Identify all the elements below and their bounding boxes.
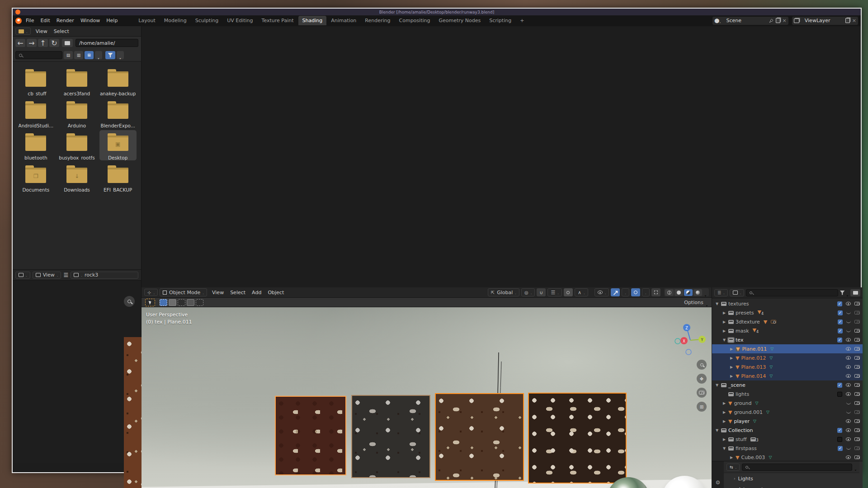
new-folder-button[interactable] <box>62 39 73 47</box>
blender-menu-icon[interactable] <box>15 18 22 24</box>
hide-viewport-toggle[interactable] <box>846 312 851 314</box>
folder-item[interactable]: BlenderExpo... <box>99 98 137 128</box>
baked-plane-4[interactable] <box>528 393 627 483</box>
folder-item[interactable]: anakey-backup <box>99 66 137 96</box>
disable-render-toggle[interactable] <box>854 446 860 450</box>
outliner-row[interactable]: ▶▼ground.001▽ <box>712 408 863 417</box>
image-datablock-selector[interactable]: ˯rock3 <box>71 272 138 279</box>
filebrowser-editor-type[interactable]: ˯ <box>15 28 31 35</box>
workspace-tab[interactable]: Compositing <box>395 16 434 25</box>
shading-solid-button[interactable] <box>675 289 683 296</box>
hide-viewport-toggle[interactable] <box>846 437 851 441</box>
file-search-input[interactable] <box>15 51 62 59</box>
outliner-row[interactable]: ▶▼Cube.003▽ <box>712 453 863 462</box>
folder-item[interactable]: busybox_rootfs <box>58 130 95 160</box>
outliner-row[interactable]: ▶▼Plane.011▽ <box>712 344 863 353</box>
disable-render-toggle[interactable] <box>854 437 860 441</box>
disable-render-toggle[interactable] <box>854 320 860 324</box>
scene-name-field[interactable]: Scene <box>723 17 767 25</box>
select-mode-subtract[interactable] <box>178 299 185 306</box>
hide-viewport-toggle[interactable] <box>846 356 851 360</box>
disable-render-toggle[interactable] <box>854 356 860 360</box>
hide-viewport-toggle[interactable] <box>846 374 851 378</box>
active-tool-select-button[interactable] <box>145 299 155 306</box>
snap-magnet-toggle[interactable]: ∪ <box>537 288 546 296</box>
display-size-dropdown[interactable]: ˯ <box>95 51 102 59</box>
outliner-row[interactable]: ▼firstpass✓ <box>712 444 863 453</box>
workspace-tab[interactable]: Shading <box>298 16 327 25</box>
visibility-dropdown[interactable]: ˯ <box>594 288 609 296</box>
falloff-dropdown[interactable]: ∧˯ <box>575 288 588 296</box>
properties-panel-header[interactable]: › Lights ⋮☰ :::: <box>724 473 859 484</box>
workspace-tab[interactable]: + <box>516 16 528 25</box>
select-mode-intersect[interactable] <box>196 299 203 306</box>
collection-checkbox[interactable]: ✓ <box>837 301 842 306</box>
copy-scene-icon[interactable] <box>776 18 780 23</box>
outliner-row[interactable]: ▶presets▼4✓ <box>712 308 863 317</box>
menu-item[interactable]: Edit <box>37 18 53 23</box>
image-view-menu[interactable]: View˯ <box>33 272 61 279</box>
disable-render-toggle[interactable] <box>854 374 860 378</box>
disable-render-toggle[interactable] <box>854 311 860 314</box>
navigation-gizmo[interactable]: X Y Z <box>673 322 708 357</box>
outliner-row[interactable]: ▶▼Plane.014▽ <box>712 371 863 380</box>
disable-render-toggle[interactable] <box>854 455 860 459</box>
menu-item[interactable]: File <box>23 18 37 23</box>
disable-render-toggle[interactable] <box>854 428 860 432</box>
display-horizontal-list-button[interactable]: ▥ <box>74 51 83 59</box>
viewlayer-name-field[interactable]: ViewLayer <box>802 17 843 25</box>
outliner-row[interactable]: ▼Collection✓ <box>712 426 863 435</box>
outliner-row[interactable]: ▶▼player▽ <box>712 417 863 426</box>
viewport-menu[interactable]: Object <box>264 290 287 296</box>
baked-plane-3[interactable] <box>435 393 524 481</box>
collection-checkbox[interactable]: ✓ <box>838 446 843 451</box>
scene-icon[interactable]: ⬤˯ <box>714 18 721 23</box>
folder-item[interactable]: ↓ Downloads <box>58 162 95 192</box>
properties-search-input[interactable] <box>742 464 852 471</box>
pin-icon[interactable] <box>769 19 774 23</box>
shading-wireframe-button[interactable] <box>665 289 674 296</box>
collection-checkbox[interactable] <box>837 437 842 442</box>
select-mode-extend[interactable] <box>169 299 176 306</box>
menu-item[interactable]: Render <box>53 18 77 23</box>
image-editor-type[interactable]: ˯ <box>15 272 30 279</box>
collection-checkbox[interactable] <box>837 392 842 397</box>
outliner-row[interactable]: ▼textures✓ <box>712 299 863 308</box>
collection-checkbox[interactable]: ✓ <box>838 310 843 315</box>
overlays-dropdown[interactable]: ˯ <box>642 288 650 296</box>
snap-dropdown[interactable]: ☰˯ <box>547 288 562 296</box>
workspace-tab[interactable]: Rendering <box>361 16 394 25</box>
viewport-menu[interactable]: Select <box>227 290 249 296</box>
filter-dropdown[interactable]: ˯ <box>117 51 124 59</box>
image-zoom-button[interactable] <box>124 296 135 307</box>
hide-viewport-toggle[interactable] <box>846 392 851 396</box>
properties-filter-dropdown[interactable]: ˯ <box>854 463 857 471</box>
hide-viewport-toggle[interactable] <box>846 330 851 332</box>
disable-render-toggle[interactable] <box>854 419 860 423</box>
outliner-display-mode[interactable]: ˯ <box>730 289 745 296</box>
outliner-row[interactable]: ▶mask▼4✓ <box>712 326 863 335</box>
menu-item[interactable]: Window <box>77 18 103 23</box>
workspace-tab[interactable]: Scripting <box>485 16 515 25</box>
folder-item[interactable]: AndroidStudi... <box>17 98 54 128</box>
folder-item[interactable]: acers3fand <box>58 66 95 96</box>
display-vertical-list-button[interactable]: ▤ <box>64 51 73 59</box>
filebrowser-menu[interactable]: Select <box>51 28 72 34</box>
baked-plane-1[interactable] <box>275 396 346 475</box>
baked-plane-2[interactable] <box>351 395 430 478</box>
display-thumbnail-button[interactable]: ⊞ <box>85 51 94 59</box>
disable-render-toggle[interactable] <box>854 338 860 342</box>
proportional-edit-toggle[interactable] <box>564 288 573 296</box>
viewport-menu[interactable]: Add <box>249 290 264 296</box>
workspace-tab[interactable]: UV Editing <box>223 16 257 25</box>
hide-viewport-toggle[interactable] <box>846 302 851 305</box>
select-mode-invert[interactable] <box>187 299 194 306</box>
folder-item[interactable]: _cb_stuff <box>17 66 54 96</box>
folder-item[interactable]: ❐ Documents <box>17 162 54 192</box>
outliner-search-input[interactable] <box>746 289 838 296</box>
nav-forward-button[interactable]: → <box>27 39 37 47</box>
outliner-row[interactable]: ▶▼Plane.013▽ <box>712 362 863 371</box>
remove-viewlayer-icon[interactable]: × <box>852 18 856 23</box>
collection-checkbox[interactable]: ✓ <box>837 383 842 388</box>
viewport-zoom-button[interactable] <box>697 360 707 370</box>
